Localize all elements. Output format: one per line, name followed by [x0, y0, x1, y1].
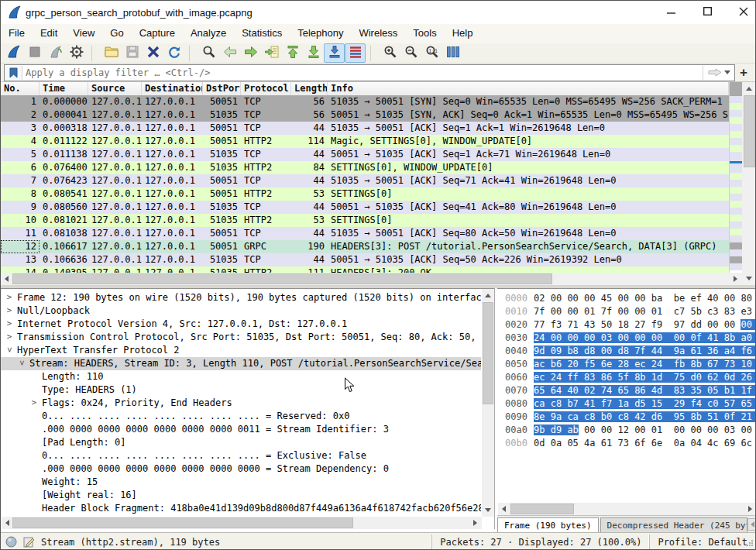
hex-byte[interactable]: 6f — [634, 438, 645, 449]
expander-open-icon[interactable]: > — [17, 359, 27, 367]
packet-row[interactable]: 70.076423127.0.0.1127.0.0.150051TCP44510… — [1, 174, 729, 187]
hex-byte[interactable]: 00 — [741, 425, 751, 435]
column-header-length[interactable]: Length — [291, 82, 328, 95]
packet-row[interactable]: 20.000041127.0.0.1127.0.0.151035TCP56500… — [1, 108, 729, 122]
close-button[interactable] — [730, 4, 756, 21]
reload-button[interactable] — [163, 43, 184, 63]
packet-list-hscrollbar[interactable] — [1, 273, 742, 285]
hex-byte[interactable]: 64 — [551, 385, 562, 396]
hex-byte[interactable]: 74 — [601, 385, 612, 396]
hex-byte[interactable]: 00 — [551, 293, 562, 304]
bytes-tab-decompressed-header[interactable]: Decompressed Header (245 bytes) — [600, 517, 747, 533]
hex-byte[interactable]: f3 — [551, 319, 562, 330]
hex-byte[interactable]: 5b — [690, 306, 701, 317]
packet-row[interactable]: 10.000000127.0.0.1127.0.0.150051TCP56510… — [1, 95, 729, 108]
hex-byte[interactable]: 1d — [651, 372, 662, 383]
hex-byte[interactable]: 7f — [601, 306, 612, 317]
hex-byte[interactable]: 00 — [601, 345, 612, 356]
hex-byte[interactable]: 21 — [741, 411, 751, 422]
expander-closed-icon[interactable]: > — [5, 332, 13, 342]
hex-bytes[interactable]: 9b d9 ab 00 00 12 00 01 00 00 00 03 00 0… — [534, 425, 756, 435]
column-header-time[interactable]: Time — [40, 82, 88, 95]
status-profile[interactable]: Profile: Default — [649, 535, 755, 550]
hex-bytes[interactable]: 0d 0a 05 4a 61 73 6f 6e 0a 04 4c 69 6c 7… — [534, 438, 756, 449]
minimize-button[interactable] — [658, 4, 684, 21]
detail-row[interactable]: .000 0000 0000 0000 0000 0000 0000 0011 … — [1, 423, 481, 436]
detail-row[interactable]: >HyperText Transfer Protocol 2 — [1, 344, 481, 357]
packet-row[interactable]: 60.076400127.0.0.1127.0.0.151035HTTP284S… — [1, 161, 729, 174]
hex-byte[interactable]: 04 — [690, 438, 701, 449]
hex-bytes[interactable]: ec 24 ff 83 86 5f 8b 1d 75 d0 62 0d 26 3… — [534, 372, 756, 383]
hex-byte[interactable]: d6 — [651, 411, 662, 422]
packet-row[interactable]: 120.106617127.0.0.1127.0.0.150051GRPC190… — [1, 240, 729, 253]
hex-byte[interactable]: 8b — [690, 359, 701, 370]
packet-row[interactable]: 30.000318127.0.0.1127.0.0.150051TCP44510… — [1, 122, 729, 135]
hex-byte[interactable]: 00 — [617, 293, 628, 304]
hex-byte[interactable]: 36 — [707, 345, 718, 356]
hex-byte[interactable]: 03 — [601, 332, 612, 343]
hex-byte[interactable]: 00 — [724, 319, 735, 330]
hex-byte[interactable]: 00 — [567, 306, 578, 317]
hex-byte[interactable]: 9d — [534, 345, 545, 356]
expander-closed-icon[interactable]: > — [5, 305, 13, 315]
colorize-button[interactable] — [345, 43, 366, 63]
hex-byte[interactable]: 00 — [707, 425, 718, 435]
detail-row[interactable]: Weight: 15 — [1, 476, 481, 489]
detail-row[interactable]: 0... .... .... .... .... .... .... .... … — [1, 449, 481, 462]
hex-byte[interactable]: 05 — [567, 438, 578, 449]
hex-byte[interactable]: 12 — [617, 425, 628, 435]
hex-byte[interactable]: 00 — [634, 306, 645, 317]
open-file-button[interactable] — [101, 43, 122, 63]
hex-bytes[interactable]: 24 00 00 00 03 00 00 00 00 0f 41 8b a0 e… — [534, 332, 756, 343]
expert-info-icon[interactable] — [5, 536, 17, 548]
menu-item-wireless[interactable]: Wireless — [351, 24, 405, 39]
bytes-hscroll-thumb[interactable] — [510, 504, 574, 514]
hex-byte[interactable]: 00 — [584, 293, 595, 304]
hex-byte[interactable]: ac — [534, 359, 545, 370]
hex-byte[interactable]: a0 — [741, 332, 751, 343]
hex-byte[interactable]: c8 — [617, 411, 628, 422]
hex-byte[interactable]: 01 — [651, 425, 662, 435]
menu-item-tools[interactable]: Tools — [405, 24, 444, 39]
hex-byte[interactable]: 00 — [617, 306, 628, 317]
hex-byte[interactable]: ba — [651, 293, 662, 304]
hex-byte[interactable]: 35 — [690, 385, 701, 396]
packet-list-header[interactable]: No.TimeSourceDestinationDstPortProtocolL… — [1, 82, 729, 96]
go-to-packet-button[interactable] — [261, 43, 282, 63]
restart-capture-button[interactable] — [45, 43, 66, 63]
save-file-button[interactable] — [122, 43, 143, 63]
capture-options-button[interactable] — [66, 43, 87, 63]
hex-byte[interactable]: 8b — [690, 411, 701, 422]
hex-bytes[interactable]: 8e 9a ca c8 b0 c8 42 d6 95 8b 51 0f 21 a… — [534, 411, 756, 422]
hex-bytes[interactable]: 9d 09 b8 d8 00 d8 7f 44 9a 61 36 a4 f6 1… — [534, 345, 756, 356]
hex-byte[interactable]: 02 — [534, 293, 545, 304]
detail-row[interactable]: >Null/Loopback — [1, 304, 481, 318]
hex-byte[interactable]: 9a — [674, 345, 685, 356]
zoom-out-button[interactable] — [400, 43, 421, 63]
title-bar[interactable]: grpc_person_search_protobuf_with_image.p… — [1, 1, 755, 24]
hex-byte[interactable]: 51 — [707, 411, 718, 422]
hex-byte[interactable]: 83 — [724, 306, 735, 317]
hex-bytes[interactable]: 02 00 00 00 45 00 00 ba be ef 40 00 80 0… — [534, 293, 756, 304]
expander-closed-icon[interactable]: > — [5, 318, 13, 328]
detail-row[interactable]: >Stream: HEADERS, Stream ID: 3, Length 1… — [1, 357, 481, 370]
bytes-tab-frame[interactable]: Frame (190 bytes) — [497, 517, 599, 533]
hex-byte[interactable]: 0d — [534, 438, 545, 449]
details-vscrollbar[interactable] — [482, 289, 494, 517]
hex-byte[interactable]: 50 — [601, 319, 612, 330]
detail-row[interactable]: >Frame 12: 190 bytes on wire (1520 bits)… — [1, 291, 481, 304]
detail-row[interactable]: .000 0000 0000 0000 0000 0000 0000 0000 … — [1, 462, 481, 476]
hex-byte[interactable]: 83 — [584, 372, 595, 383]
menu-item-view[interactable]: View — [65, 24, 102, 39]
hex-byte[interactable]: 03 — [724, 425, 735, 435]
hex-byte[interactable]: 01 — [651, 306, 662, 317]
hex-byte[interactable]: 1a — [617, 398, 628, 409]
hex-byte[interactable]: 65 — [617, 385, 628, 396]
column-header-dstport[interactable]: DstPort — [203, 82, 241, 95]
packet-list-minimap[interactable] — [729, 82, 742, 285]
hex-byte[interactable]: 0d — [724, 372, 735, 383]
hex-byte[interactable]: 18 — [617, 319, 628, 330]
hex-byte[interactable]: 75 — [674, 372, 685, 383]
hex-byte[interactable]: 24 — [534, 332, 545, 343]
hex-byte[interactable]: 73 — [724, 359, 735, 370]
